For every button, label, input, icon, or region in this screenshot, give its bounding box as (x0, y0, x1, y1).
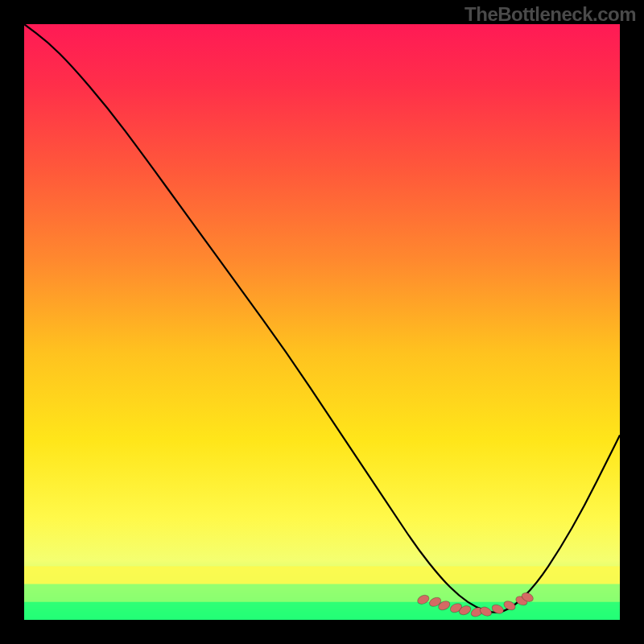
bottom-highlight-bands (24, 566, 620, 620)
watermark-text: TheBottleneck.com (464, 3, 636, 26)
chart-svg (24, 24, 620, 620)
chart-container: TheBottleneck.com (0, 0, 644, 644)
gradient-background (24, 24, 620, 620)
svg-rect-0 (24, 566, 620, 584)
svg-rect-2 (24, 602, 620, 620)
plot-area (24, 24, 620, 620)
